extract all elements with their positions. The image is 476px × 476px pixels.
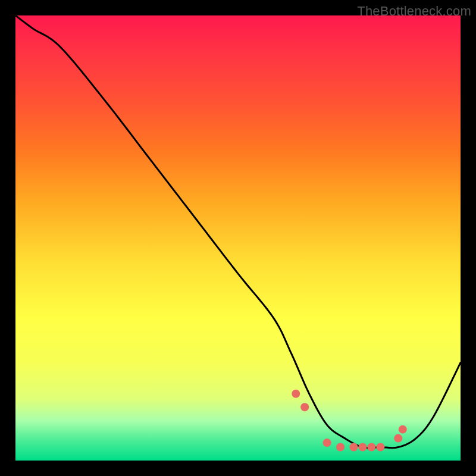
marker-dot [336, 443, 345, 452]
marker-dot [367, 443, 375, 452]
bottleneck-curve-line [15, 15, 461, 448]
marker-dot [292, 390, 300, 398]
plot-area [15, 15, 461, 461]
marker-dot [399, 425, 407, 434]
marker-dot [358, 443, 367, 452]
chart-container: TheBottleneck.com [0, 0, 476, 476]
marker-dot [376, 443, 384, 452]
highlight-markers [292, 390, 407, 452]
marker-dot [300, 403, 309, 411]
marker-dot [323, 439, 331, 447]
marker-dot [394, 434, 402, 443]
chart-svg [15, 15, 461, 461]
marker-dot [349, 443, 358, 452]
